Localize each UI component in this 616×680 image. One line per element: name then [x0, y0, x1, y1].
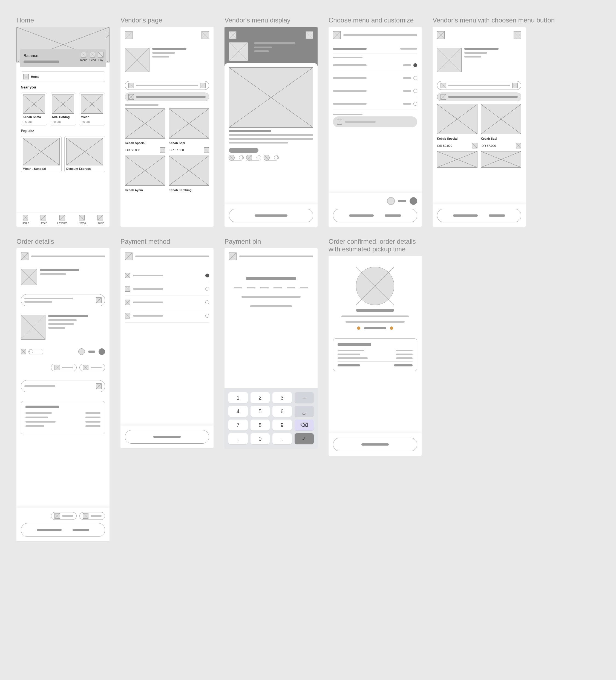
share-icon[interactable]: [514, 31, 521, 39]
section-popular: Popular: [21, 129, 105, 133]
option-row[interactable]: [333, 72, 417, 84]
product-card-1[interactable]: Kebab Sapi IDR 37.000: [169, 109, 209, 153]
option-toggle-1[interactable]: [246, 155, 261, 161]
product-card-3[interactable]: Kebab Kambing: [169, 155, 209, 193]
option-row[interactable]: [333, 98, 417, 110]
back-icon[interactable]: [333, 31, 341, 39]
key-2[interactable]: 2: [251, 392, 270, 403]
key-5[interactable]: 5: [251, 406, 270, 417]
points-chip[interactable]: [79, 512, 105, 520]
payment-option[interactable]: [125, 282, 209, 296]
category-chip[interactable]: [437, 92, 521, 101]
back-icon[interactable]: [125, 31, 133, 39]
option-chip[interactable]: [51, 364, 77, 371]
product-card-2[interactable]: Kebab Ayam: [125, 155, 165, 193]
plus-button[interactable]: [98, 348, 105, 355]
key-enter[interactable]: ✓: [295, 433, 314, 444]
back-icon[interactable]: [437, 31, 445, 39]
add-to-cart-button[interactable]: [229, 209, 313, 222]
key-backspace[interactable]: ⌫: [295, 420, 314, 430]
key-dot[interactable]: .: [272, 433, 292, 444]
frame-order-confirmed: [328, 256, 421, 456]
share-icon[interactable]: [202, 31, 209, 39]
near-card-0[interactable]: Kebab Shafa0.5 km: [21, 92, 47, 125]
share-icon[interactable]: [305, 31, 313, 39]
tab-home[interactable]: Home: [21, 72, 105, 82]
menu-sheet: [225, 63, 318, 165]
pin-input[interactable]: [234, 288, 308, 288]
option-toggle-2[interactable]: [264, 155, 279, 161]
add-icon[interactable]: [204, 147, 209, 153]
nav-profile[interactable]: Profile: [96, 215, 104, 225]
add-icon[interactable]: [160, 147, 165, 153]
send-button[interactable]: Send: [90, 52, 96, 62]
note-input[interactable]: [333, 116, 417, 128]
plus-button[interactable]: [410, 197, 417, 205]
cart-icon[interactable]: [106, 30, 110, 38]
promo-input[interactable]: [21, 380, 105, 392]
back-icon[interactable]: [229, 31, 237, 39]
back-icon[interactable]: [21, 253, 28, 260]
back-icon[interactable]: [229, 253, 237, 260]
key-3[interactable]: 3: [272, 392, 292, 403]
cutlery-toggle[interactable]: [28, 349, 43, 355]
key-6[interactable]: 6: [272, 406, 292, 417]
info-chip[interactable]: [437, 81, 521, 90]
minus-button[interactable]: [78, 348, 85, 355]
add-icon[interactable]: [472, 143, 477, 148]
payment-option[interactable]: [125, 296, 209, 309]
pickup-info[interactable]: [21, 294, 105, 306]
product-card-0[interactable]: Kebab SpecialIDR 50.000: [437, 104, 477, 148]
pay-button[interactable]: [21, 523, 105, 537]
nav-order[interactable]: Order: [40, 215, 47, 225]
balance-card[interactable]: Balance Topup Send Pay: [20, 49, 106, 67]
key-comma[interactable]: ,: [228, 433, 248, 444]
key-8[interactable]: 8: [251, 420, 270, 430]
payment-option[interactable]: [125, 309, 209, 322]
view-cart-button[interactable]: [437, 209, 521, 222]
done-button[interactable]: [333, 437, 417, 451]
near-card-2[interactable]: Mican0.9 km: [79, 92, 105, 125]
info-chip[interactable]: [125, 81, 209, 90]
success-icon: [356, 267, 394, 305]
nav-promo[interactable]: Promo: [78, 215, 86, 225]
near-card-1[interactable]: ABC Hotdog0.8 km: [50, 92, 76, 125]
popular-card-0[interactable]: Mican - Sunggal: [21, 136, 62, 172]
option-toggle-0[interactable]: [229, 155, 244, 161]
option-row[interactable]: [333, 85, 417, 97]
product-card-1[interactable]: Kebab SapiIDR 37.000: [481, 104, 521, 148]
edit-icon[interactable]: [96, 298, 101, 303]
pay-button[interactable]: Pay: [98, 52, 104, 62]
option-row[interactable]: [333, 59, 417, 71]
key-7[interactable]: 7: [228, 420, 248, 430]
minus-button[interactable]: [387, 197, 395, 205]
continue-button[interactable]: [125, 430, 209, 444]
order-summary: [333, 339, 417, 371]
payment-option[interactable]: [125, 269, 209, 282]
key-1[interactable]: 1: [228, 392, 248, 403]
option-chip[interactable]: [79, 364, 105, 371]
frame-title-payment-pin: Payment pin: [225, 238, 318, 245]
key-space[interactable]: ␣: [295, 406, 314, 417]
menu-image: [229, 67, 313, 128]
popular-card-1[interactable]: Dimsum Express: [64, 136, 105, 172]
nav-home[interactable]: Home: [22, 215, 29, 225]
key-4[interactable]: 4: [228, 406, 248, 417]
nav-favorite[interactable]: Favorite: [57, 215, 67, 225]
section-near-you: Near you: [21, 85, 105, 89]
add-icon[interactable]: [516, 143, 521, 148]
apply-icon[interactable]: [96, 384, 101, 389]
topup-button[interactable]: Topup: [80, 52, 87, 62]
key-9[interactable]: 9: [272, 420, 292, 430]
category-chip[interactable]: [125, 92, 209, 101]
frame-title-menu-chosen: Vendor's menu with choosen menu button: [433, 17, 555, 24]
key-0[interactable]: 0: [251, 433, 270, 444]
receipt-box: [21, 401, 105, 434]
vendor-logo: [125, 48, 149, 72]
back-icon[interactable]: [125, 253, 133, 260]
key-dash[interactable]: –: [295, 392, 314, 403]
product-card-0[interactable]: Kebab Special IDR 50.000: [125, 109, 165, 153]
confirm-button[interactable]: [333, 209, 417, 222]
payment-chip[interactable]: [51, 512, 77, 520]
vendor-logo: [229, 42, 248, 61]
